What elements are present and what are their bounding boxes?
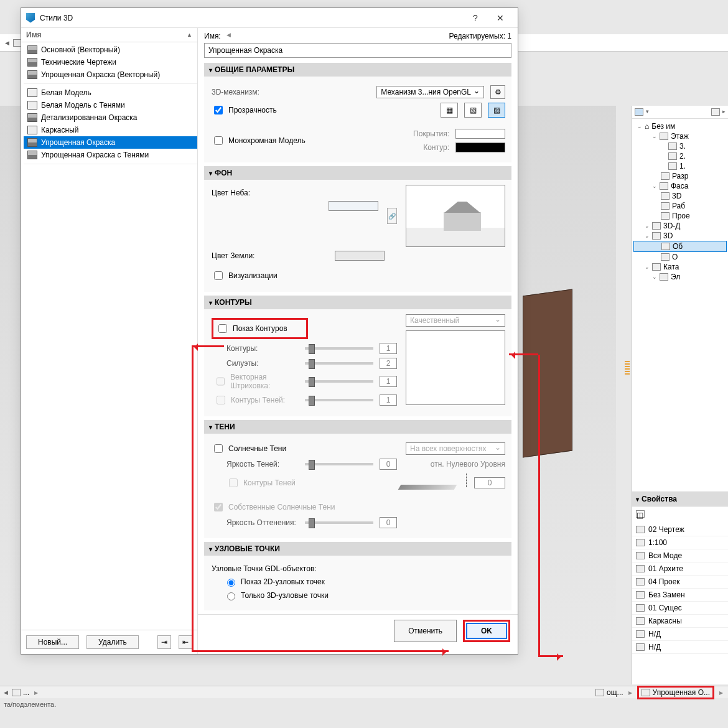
style-item[interactable]: Упрощенная Окраска (Векторный) xyxy=(24,68,197,81)
shadow-contours-checkbox[interactable]: Контуры Теней: xyxy=(212,394,299,406)
vector-hatch-checkbox[interactable]: Векторная Штриховка: xyxy=(212,373,299,390)
tree-row[interactable]: Разр xyxy=(633,171,727,181)
shading-mode-1[interactable]: ▦ xyxy=(441,103,458,118)
shading-mode-2[interactable]: ▧ xyxy=(464,103,482,118)
property-row[interactable]: Н/Д xyxy=(632,628,728,641)
tree-row[interactable]: ⌄3D-Д xyxy=(633,221,727,231)
navigator-tree[interactable]: ⌄⌂Без им ⌄Этаж3.2.1.Разр⌄Фаса3DРабПрое⌄3… xyxy=(632,119,728,284)
import-button[interactable]: ⇥ xyxy=(157,635,171,649)
shadow-level-value[interactable]: 0 xyxy=(474,477,505,488)
tree-row[interactable]: ⌄Этаж xyxy=(633,131,727,141)
nav-dropdown-icon[interactable]: ▾ xyxy=(646,108,649,116)
own-shadows-checkbox[interactable]: Собственные Солнечные Тени xyxy=(212,501,335,513)
style-item[interactable]: Белая Модель xyxy=(24,86,197,99)
sky-color-swatch[interactable] xyxy=(329,201,378,211)
status-arrow-left[interactable]: ◀ xyxy=(4,689,8,696)
tree-row[interactable]: 2. xyxy=(633,151,727,161)
section-shadows[interactable]: ТЕНИ xyxy=(204,420,511,434)
nodes-2d-radio[interactable]: Показ 2D-узловых точек xyxy=(224,577,505,587)
silhouettes-value[interactable]: 2 xyxy=(380,358,397,369)
property-row[interactable]: Вся Моде xyxy=(632,549,728,562)
shadow-surfaces-select[interactable]: На всех поверхностях xyxy=(406,442,505,455)
tree-row[interactable]: ⌄Фаса xyxy=(633,181,727,191)
tree-root[interactable]: ⌄⌂Без им xyxy=(633,121,727,131)
ok-button[interactable]: OK xyxy=(466,623,507,639)
section-contours[interactable]: КОНТУРЫ xyxy=(204,296,511,309)
tree-row[interactable]: ⌄3D xyxy=(633,231,727,241)
status-crumb-2[interactable]: ощ... xyxy=(595,688,623,697)
sh-contours-checkbox[interactable]: Контуры Теней xyxy=(212,477,296,489)
left-header[interactable]: Имя ▲ xyxy=(21,28,197,42)
style-item[interactable]: Каркасный xyxy=(24,124,197,136)
new-button[interactable]: Новый... xyxy=(26,635,79,649)
tree-row[interactable]: 3. xyxy=(633,141,727,151)
property-row[interactable]: Н/Д xyxy=(632,641,728,654)
property-icon xyxy=(636,552,645,559)
collapse-icon[interactable]: ◀ xyxy=(226,32,231,38)
close-button[interactable]: ✕ xyxy=(488,9,513,27)
property-row[interactable]: 04 Проек xyxy=(632,576,728,589)
surface-color-swatch[interactable] xyxy=(455,129,505,139)
quality-select[interactable]: Качественный xyxy=(406,314,505,327)
shadow-contours-slider[interactable] xyxy=(305,399,373,401)
shadow-brightness-slider[interactable] xyxy=(305,463,373,465)
style-item[interactable]: Белая Модель с Тенями xyxy=(24,99,197,111)
transparency-checkbox[interactable]: Прозрачность xyxy=(212,104,277,116)
section-background[interactable]: ФОН xyxy=(204,166,511,180)
style-item[interactable]: Упрощенная Окраска с Тенями xyxy=(24,149,197,161)
tree-row[interactable]: О xyxy=(633,252,727,262)
property-row[interactable]: 01 Сущес xyxy=(632,602,728,615)
panel-resize-handle[interactable] xyxy=(625,361,630,376)
style-item[interactable]: Основной (Векторный) xyxy=(24,44,197,56)
property-row[interactable]: 02 Чертеж xyxy=(632,523,728,536)
ground-color-swatch[interactable] xyxy=(335,251,385,261)
gear-icon[interactable]: ⚙ xyxy=(490,85,505,99)
tree-row[interactable]: Прое xyxy=(633,211,727,221)
vector-hatch-value[interactable]: 1 xyxy=(380,376,397,387)
style-list[interactable]: Основной (Векторный)Технические ЧертежиУ… xyxy=(21,42,197,630)
tint-slider[interactable] xyxy=(305,521,373,524)
sort-icon[interactable]: ▲ xyxy=(187,32,192,38)
property-row[interactable]: 1:100 xyxy=(632,536,728,549)
help-button[interactable]: ? xyxy=(463,9,488,27)
delete-button[interactable]: Удалить xyxy=(86,635,139,649)
monochrome-checkbox[interactable]: Монохромная Модель xyxy=(212,134,306,147)
vector-hatch-slider[interactable] xyxy=(305,380,373,383)
property-row[interactable]: Без Замен xyxy=(632,589,728,602)
breadcrumb[interactable]: ... xyxy=(12,688,29,697)
section-general[interactable]: ОБЩИЕ ПАРАМЕТРЫ xyxy=(204,63,511,77)
tree-row[interactable]: 1. xyxy=(633,161,727,171)
nav-options-icon[interactable] xyxy=(711,108,720,116)
show-contours-checkbox[interactable]: Показ Контуров xyxy=(212,318,308,339)
status-crumb-style[interactable]: Упрощенная О... xyxy=(637,686,714,699)
silhouettes-slider[interactable] xyxy=(305,362,373,365)
engine-select[interactable]: Механизм 3...ния OpenGL xyxy=(376,86,484,98)
section-nodes[interactable]: УЗЛОВЫЕ ТОЧКИ xyxy=(204,542,511,556)
style-item[interactable]: Упрощенная Окраска xyxy=(24,136,197,149)
tree-row[interactable]: ⌄Эл xyxy=(633,272,727,282)
link-icon[interactable]: 🔗 xyxy=(387,208,397,224)
properties-header[interactable]: Свойства xyxy=(632,492,728,506)
tree-row[interactable]: Об xyxy=(633,241,727,252)
tree-row[interactable]: ⌄Ката xyxy=(633,262,727,272)
cancel-button[interactable]: Отменить xyxy=(394,620,457,642)
property-row[interactable]: 01 Архите xyxy=(632,562,728,576)
tree-row[interactable]: 3D xyxy=(633,191,727,201)
contours-slider[interactable] xyxy=(305,347,373,350)
contour-color-swatch[interactable] xyxy=(455,142,505,152)
style-item[interactable]: Технические Чертежи xyxy=(24,56,197,68)
tree-row[interactable]: Раб xyxy=(633,201,727,211)
nodes-3d-radio[interactable]: Только 3D-узловые точки xyxy=(224,590,505,600)
tint-value[interactable]: 0 xyxy=(380,517,397,528)
export-button[interactable]: ⇤ xyxy=(179,635,192,649)
style-item[interactable]: Детализированная Окраска xyxy=(24,111,197,124)
shadow-brightness-value[interactable]: 0 xyxy=(380,459,397,470)
visualizations-checkbox[interactable]: Визуализации xyxy=(212,269,278,282)
nav-tab-icon[interactable] xyxy=(635,108,643,116)
shadow-contours-value[interactable]: 1 xyxy=(380,394,397,406)
property-row[interactable]: Каркасны xyxy=(632,615,728,628)
shading-mode-3[interactable]: ▨ xyxy=(488,103,505,118)
contours-value[interactable]: 1 xyxy=(380,343,397,354)
style-name-input[interactable]: Упрощенная Окраска xyxy=(204,43,511,58)
sun-shadows-checkbox[interactable]: Солнечные Тени xyxy=(212,442,286,455)
